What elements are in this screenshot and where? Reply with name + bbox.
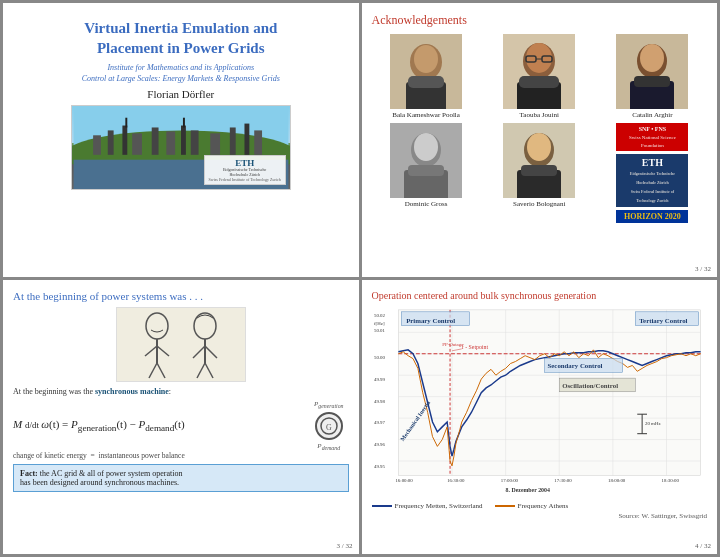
photo-saverio bbox=[503, 123, 575, 198]
svg-text:49.96: 49.96 bbox=[374, 442, 386, 447]
slide-4: Operation centered around bulk synchrono… bbox=[362, 280, 718, 554]
slide2-title: Acknowledgements bbox=[372, 13, 708, 28]
svg-rect-4 bbox=[108, 131, 114, 155]
svg-text:20 mHz: 20 mHz bbox=[645, 421, 661, 426]
slide3-page-num: 3 / 32 bbox=[337, 542, 353, 550]
svg-text:17:00:00: 17:00:00 bbox=[500, 478, 518, 483]
person-saverio: Saverio Bolognani bbox=[485, 123, 594, 223]
slide3-equation-row: M d/dt ω(t) = Pgeneration(t) − Pdemand(t… bbox=[13, 400, 349, 451]
legend-athens-label: Frequency Athens bbox=[518, 502, 569, 510]
person-taouba-name: Taouba Jouini bbox=[520, 111, 559, 119]
svg-rect-21 bbox=[408, 76, 444, 88]
svg-rect-13 bbox=[244, 124, 249, 155]
svg-text:49.99: 49.99 bbox=[374, 377, 386, 382]
svg-text:49.98: 49.98 bbox=[374, 399, 386, 404]
svg-text:Secondary Control: Secondary Control bbox=[547, 362, 602, 369]
legend-switzerland: Frequency Metten, Switzerland bbox=[372, 502, 483, 510]
svg-text:49.97: 49.97 bbox=[374, 420, 386, 425]
slide1-city-image: ETH Eidgenössische TechnischeHochschule … bbox=[71, 105, 291, 190]
svg-rect-3 bbox=[93, 136, 101, 156]
slide3-fact-box: Fact: the AC grid & all of power system … bbox=[13, 464, 349, 492]
svg-rect-9 bbox=[181, 126, 186, 155]
fact-label: Fact: bbox=[20, 469, 38, 478]
svg-text:18:00:00: 18:00:00 bbox=[608, 478, 626, 483]
tesla-sketch-area bbox=[13, 307, 349, 382]
slide4-source: Source: W. Sattinger, Swissgrid bbox=[372, 512, 708, 520]
svg-text:18:30:00: 18:30:00 bbox=[661, 478, 679, 483]
slide4-page-num: 4 / 32 bbox=[695, 542, 711, 550]
svg-point-32 bbox=[640, 44, 664, 72]
svg-rect-34 bbox=[634, 76, 670, 87]
slide1-subtitle: Institute for Mathematics and its Applic… bbox=[82, 62, 280, 84]
slide1-author: Florian Dörfler bbox=[147, 88, 214, 100]
svg-text:16:00:00: 16:00:00 bbox=[395, 478, 413, 483]
svg-text:16:30:00: 16:30:00 bbox=[447, 478, 465, 483]
slide-2: Acknowledgements Bala Kameshwar Poolla bbox=[362, 3, 718, 277]
slide2-page-num: 3 / 32 bbox=[695, 265, 711, 273]
person-taouba: Taouba Jouini bbox=[485, 34, 594, 119]
svg-rect-10 bbox=[191, 131, 199, 155]
svg-rect-16 bbox=[183, 118, 185, 128]
eth-logo-2: ETH Eidgenössische Technische Hochschule… bbox=[616, 154, 688, 207]
svg-text:Tertiary Control: Tertiary Control bbox=[639, 317, 687, 324]
synchronous-machine-highlight: synchronous machine bbox=[95, 387, 169, 396]
slide2-people-bottom: Dominic Gross Saverio Bolognani SNF • FN… bbox=[372, 123, 708, 223]
svg-point-24 bbox=[526, 43, 552, 73]
snf-logo: SNF • FNS Swiss National Science Foundat… bbox=[616, 123, 688, 151]
svg-rect-26 bbox=[519, 76, 559, 88]
svg-text:50.01: 50.01 bbox=[374, 328, 386, 333]
svg-text:50.00: 50.00 bbox=[374, 355, 386, 360]
svg-rect-7 bbox=[151, 128, 158, 155]
slide-3: At the beginning of power systems was . … bbox=[3, 280, 359, 554]
svg-text:PP-Outage: PP-Outage bbox=[442, 342, 463, 347]
svg-text:f - Setpoint: f - Setpoint bbox=[461, 344, 488, 350]
svg-rect-15 bbox=[125, 118, 127, 128]
person-dominic-name: Dominic Gross bbox=[405, 200, 448, 208]
person-catalin: Catalin Arghir bbox=[598, 34, 707, 119]
svg-rect-5 bbox=[122, 126, 127, 155]
svg-point-37 bbox=[414, 133, 438, 161]
svg-point-42 bbox=[527, 133, 551, 161]
svg-text:50.02: 50.02 bbox=[374, 313, 386, 318]
p-dem-label: Pdemand bbox=[317, 442, 340, 451]
svg-rect-14 bbox=[254, 131, 262, 155]
slide4-chart: 50.02 f[Hz] 50.01 50.00 49.99 49.98 49.9… bbox=[372, 305, 708, 500]
photo-dominic bbox=[390, 123, 462, 198]
legend-swiss-line bbox=[372, 505, 392, 507]
svg-text:49.95: 49.95 bbox=[374, 464, 386, 469]
svg-text:17:30:00: 17:30:00 bbox=[554, 478, 572, 483]
legend-athens: Frequency Athens bbox=[495, 502, 569, 510]
slide4-title: Operation centered around bulk synchrono… bbox=[372, 290, 708, 301]
person-catalin-name: Catalin Arghir bbox=[632, 111, 672, 119]
legend-swiss-label: Frequency Metten, Switzerland bbox=[395, 502, 483, 510]
svg-rect-6 bbox=[132, 134, 142, 155]
legend-athens-line bbox=[495, 505, 515, 507]
slide2-people-top: Bala Kameshwar Poolla Taouba Jouini bbox=[372, 34, 708, 119]
svg-rect-11 bbox=[210, 134, 220, 155]
photo-catalin bbox=[616, 34, 688, 109]
tesla-image bbox=[116, 307, 246, 382]
slide1-title: Virtual Inertia Emulation andPlacement i… bbox=[84, 19, 277, 58]
chart-legend: Frequency Metten, Switzerland Frequency … bbox=[372, 502, 708, 510]
svg-rect-69 bbox=[398, 310, 700, 476]
photo-bala bbox=[390, 34, 462, 109]
slide3-title: At the beginning of power systems was . … bbox=[13, 290, 349, 302]
svg-rect-8 bbox=[166, 132, 175, 155]
power-diagram: Pgeneration G Pdemand bbox=[314, 400, 344, 451]
svg-rect-44 bbox=[521, 165, 557, 176]
horizon-logo: HORIZON 2020 bbox=[616, 210, 688, 223]
fact-text: the AC grid & all of power system operat… bbox=[20, 469, 182, 487]
svg-rect-39 bbox=[408, 165, 444, 176]
person-saverio-name: Saverio Bolognani bbox=[513, 200, 565, 208]
generator-icon: G bbox=[315, 412, 343, 440]
slide-1: Virtual Inertia Emulation andPlacement i… bbox=[3, 3, 359, 277]
svg-point-19 bbox=[414, 45, 438, 73]
svg-text:8. Dezember 2004: 8. Dezember 2004 bbox=[505, 487, 549, 493]
sponsor-logos: SNF • FNS Swiss National Science Foundat… bbox=[598, 123, 707, 223]
slide3-body: At the beginning was the synchronous mac… bbox=[13, 386, 349, 397]
svg-text:Oscillation/Control: Oscillation/Control bbox=[562, 382, 618, 389]
svg-text:G: G bbox=[326, 423, 332, 432]
slide3-change-text: change of kinetic energy = instantaneous… bbox=[13, 451, 349, 460]
person-dominic: Dominic Gross bbox=[372, 123, 481, 223]
p-gen-label: Pgeneration bbox=[314, 400, 344, 409]
